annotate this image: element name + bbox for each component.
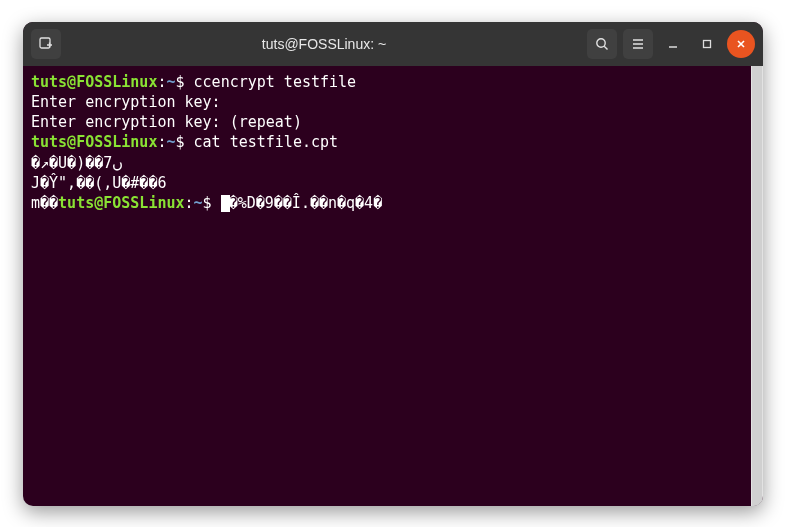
minimize-button[interactable]	[659, 30, 687, 58]
prompt-user: tuts@FOSSLinux	[31, 133, 157, 151]
new-tab-icon	[38, 36, 54, 52]
terminal-line: Enter encryption key:	[31, 92, 755, 112]
prompt-path: ~	[194, 194, 203, 212]
menu-button[interactable]	[623, 29, 653, 59]
terminal-content: tuts@FOSSLinux:~$ ccencrypt testfileEnte…	[31, 72, 755, 214]
terminal-line: m��tuts@FOSSLinux:~$ �%D�9��Î.��n�q�4�	[31, 193, 755, 213]
prompt-dollar: $	[203, 194, 221, 212]
output-text: J�Ŷ",��(,U�#��6	[31, 174, 166, 192]
output-text: Enter encryption key:	[31, 93, 221, 111]
prompt-user: tuts@FOSSLinux	[58, 194, 184, 212]
terminal-line: �↗�U�)��7ں	[31, 153, 755, 173]
close-icon	[735, 38, 747, 50]
minimize-icon	[667, 38, 679, 50]
output-text: �↗�U�)��7ں	[31, 154, 123, 172]
command-text: cat testfile.cpt	[194, 133, 339, 151]
garbage-after-cursor: �%D�9��Î.��n�q�4�	[229, 194, 383, 212]
maximize-button[interactable]	[693, 30, 721, 58]
titlebar-right	[587, 29, 755, 59]
hamburger-icon	[630, 36, 646, 52]
prompt-colon: :	[185, 194, 194, 212]
search-button[interactable]	[587, 29, 617, 59]
garbage-prefix: m��	[31, 194, 58, 212]
close-button[interactable]	[727, 30, 755, 58]
prompt-path: ~	[166, 73, 175, 91]
maximize-icon	[701, 38, 713, 50]
prompt-dollar: $	[176, 133, 194, 151]
svg-point-3	[597, 38, 605, 46]
window-title: tuts@FOSSLinux: ~	[67, 36, 581, 52]
terminal-line: J�Ŷ",��(,U�#��6	[31, 173, 755, 193]
new-tab-button[interactable]	[31, 29, 61, 59]
terminal-window: tuts@FOSSLinux: ~	[23, 22, 763, 506]
prompt-user: tuts@FOSSLinux	[31, 73, 157, 91]
prompt-path: ~	[166, 133, 175, 151]
scrollbar-thumb[interactable]	[752, 66, 762, 506]
titlebar: tuts@FOSSLinux: ~	[23, 22, 763, 66]
terminal-line: tuts@FOSSLinux:~$ cat testfile.cpt	[31, 132, 755, 152]
terminal-line: tuts@FOSSLinux:~$ ccencrypt testfile	[31, 72, 755, 92]
svg-rect-9	[704, 40, 711, 47]
svg-line-4	[604, 46, 607, 49]
command-text: ccencrypt testfile	[194, 73, 357, 91]
output-text: Enter encryption key: (repeat)	[31, 113, 302, 131]
scrollbar[interactable]	[751, 66, 763, 506]
svg-rect-0	[40, 38, 50, 48]
terminal-line: Enter encryption key: (repeat)	[31, 112, 755, 132]
prompt-dollar: $	[176, 73, 194, 91]
terminal-viewport[interactable]: tuts@FOSSLinux:~$ ccencrypt testfileEnte…	[23, 66, 763, 506]
search-icon	[594, 36, 610, 52]
